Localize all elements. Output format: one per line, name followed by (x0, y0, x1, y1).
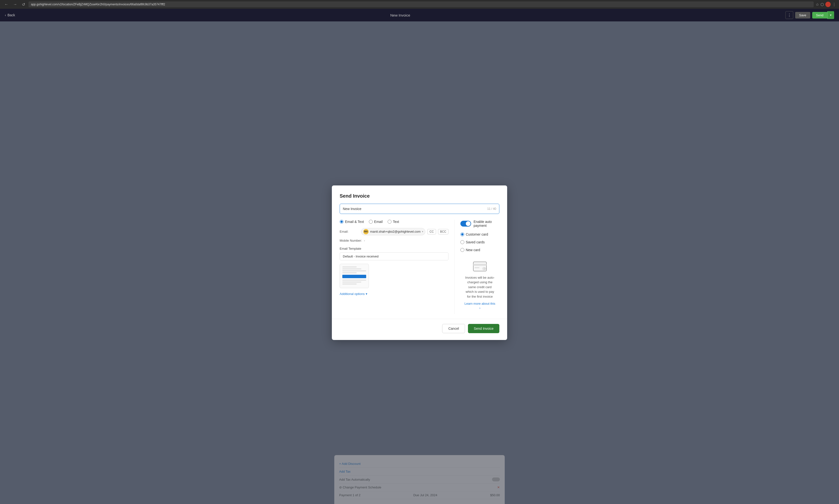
radio-email-text-label: Email & Text (345, 220, 364, 224)
mobile-value: - (364, 239, 365, 242)
preview-blue-block (342, 275, 366, 278)
email-field-row: Email: MA manit.shah+qbo2@gohighlevel.co… (340, 228, 448, 235)
radio-saved-cards[interactable]: Saved cards (460, 240, 485, 244)
additional-options-label: Additional options (340, 292, 365, 296)
browser-url-bar: app.gohighlevel.com/v2/location/ZFeBjZrM… (29, 1, 814, 7)
email-pill[interactable]: MA manit.shah+qbo2@gohighlevel.com ▾ (361, 228, 425, 235)
auto-payment-toggle[interactable] (460, 221, 471, 227)
enable-auto-label: Enable auto payment (474, 220, 499, 228)
card-radio-group: Customer card Saved cards New card (460, 232, 499, 252)
svg-rect-1 (473, 264, 486, 266)
email-chevron-icon: ▾ (422, 230, 423, 233)
modal-columns: Email & Text Email Text Email: (340, 220, 499, 314)
bcc-button[interactable]: BCC (438, 229, 448, 234)
enable-auto-payment-row: Enable auto payment (460, 220, 499, 228)
browser-menu-btn[interactable]: ⋮ (832, 2, 836, 7)
send-dropdown-button[interactable]: ▾ (827, 11, 834, 19)
radio-email-label: Email (374, 220, 383, 224)
email-template-section: Email Template Default - Invoice receive… (340, 247, 448, 264)
radio-new-card-input[interactable] (460, 248, 464, 252)
back-button[interactable]: ‹ Back (5, 13, 15, 17)
credit-card-icon (473, 262, 487, 271)
back-label: Back (7, 13, 15, 17)
send-group: Send ▾ (812, 11, 834, 19)
additional-options-chevron-icon: ▾ (366, 292, 368, 296)
radio-new-card[interactable]: New card (460, 248, 480, 252)
radio-email[interactable]: Email (369, 220, 383, 224)
additional-options-button[interactable]: Additional options ▾ (340, 292, 368, 296)
radio-new-card-label: New card (466, 248, 480, 252)
invoice-name-row: 11 / 40 (340, 204, 499, 214)
radio-text-label: Text (393, 220, 399, 224)
radio-customer-card-input[interactable] (460, 232, 464, 236)
auto-charge-info: Invoices will be auto-charged using the … (460, 258, 499, 314)
modal-overlay: Send Invoice 11 / 40 Email & Text (0, 21, 839, 504)
chevron-down-icon: ▾ (830, 13, 832, 17)
browser-star-btn[interactable]: ☆ (816, 2, 819, 7)
avatar (825, 2, 831, 7)
send-invoice-button[interactable]: Send Invoice (468, 324, 499, 333)
page-title: New Invoice (390, 13, 410, 17)
radio-email-input[interactable] (369, 220, 373, 224)
preview-line-6 (342, 282, 361, 283)
preview-line-5 (342, 280, 366, 281)
modal-right-panel: Enable auto payment Customer card Saved … (454, 220, 499, 314)
more-options-button[interactable]: ⋮ (785, 11, 793, 19)
browser-reload-btn[interactable]: ↺ (20, 2, 26, 7)
cancel-button[interactable]: Cancel (442, 324, 465, 333)
mobile-label: Mobile Number: (340, 239, 362, 242)
email-preview-thumbnail (340, 264, 369, 288)
send-invoice-modal: Send Invoice 11 / 40 Email & Text (332, 185, 507, 340)
more-icon: ⋮ (787, 13, 791, 18)
browser-bar: ← → ↺ app.gohighlevel.com/v2/location/ZF… (0, 0, 839, 9)
template-section-label: Email Template (340, 247, 448, 250)
email-address: manit.shah+qbo2@gohighlevel.com (370, 230, 421, 233)
radio-email-text-input[interactable] (340, 220, 343, 224)
send-button[interactable]: Send (812, 12, 827, 18)
send-method-radio-group: Email & Text Email Text (340, 220, 448, 224)
learn-more-link[interactable]: Learn more about this › (465, 302, 495, 310)
radio-text[interactable]: Text (388, 220, 399, 224)
url-text: app.gohighlevel.com/v2/location/ZFeBjZrM… (31, 3, 165, 6)
back-arrow-icon: ‹ (5, 13, 6, 17)
save-button[interactable]: Save (795, 12, 810, 18)
invoice-name-counter: 11 / 40 (487, 207, 496, 211)
radio-text-input[interactable] (388, 220, 392, 224)
modal-footer: Cancel Send Invoice (340, 319, 499, 333)
modal-title: Send Invoice (340, 193, 499, 199)
radio-saved-cards-label: Saved cards (466, 240, 485, 244)
app-header: ‹ Back New Invoice ⋮ Save Send ▾ (0, 9, 839, 21)
svg-point-4 (483, 267, 486, 270)
radio-customer-card-label: Customer card (466, 232, 488, 236)
radio-customer-card[interactable]: Customer card (460, 232, 488, 236)
browser-actions: ☆ ⬡ ⋮ (816, 2, 836, 7)
browser-extension-btn[interactable]: ⬡ (821, 2, 824, 7)
auto-charge-text: Invoices will be auto-charged using the … (464, 275, 496, 299)
email-field-label: Email: (340, 230, 359, 233)
email-avatar: MA (363, 229, 369, 234)
modal-left-panel: Email & Text Email Text Email: (340, 220, 454, 314)
preview-line-1 (342, 267, 357, 268)
radio-email-text[interactable]: Email & Text (340, 220, 364, 224)
mobile-number-row: Mobile Number: - (340, 239, 448, 242)
invoice-name-input[interactable] (343, 207, 487, 211)
browser-back-btn[interactable]: ← (3, 2, 10, 7)
browser-forward-btn[interactable]: → (12, 2, 18, 7)
cc-button[interactable]: CC (427, 229, 436, 234)
preview-line-4 (342, 272, 357, 273)
main-content: + Add Discount Add Tax Add Tax Automatic… (0, 21, 839, 504)
header-actions: ⋮ Save Send ▾ (785, 11, 834, 19)
preview-line-7 (342, 284, 357, 285)
preview-line-2 (342, 268, 361, 269)
svg-rect-2 (475, 267, 479, 268)
radio-saved-cards-input[interactable] (460, 240, 464, 244)
toggle-knob (466, 221, 471, 226)
template-select[interactable]: Default - Invoice received (340, 252, 448, 260)
preview-line-3 (342, 270, 366, 271)
